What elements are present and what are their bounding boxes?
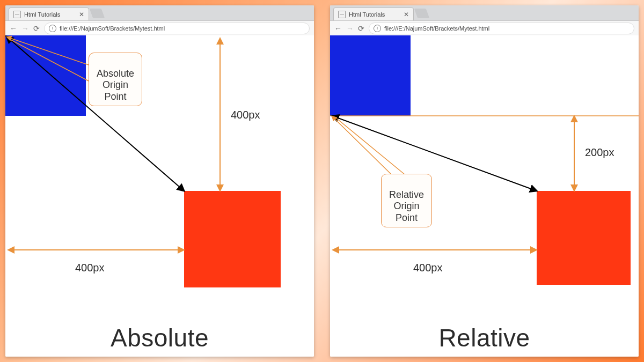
diagram-svg: 400px 400px bbox=[5, 35, 314, 357]
browser-toolbar: ← → ⟳ i file:///E:/NajumSoft/Brackets/My… bbox=[5, 21, 314, 36]
dim-v-label: 400px bbox=[231, 109, 260, 121]
dim-h-label: 400px bbox=[413, 262, 443, 274]
panel-title: Absolute bbox=[5, 323, 314, 352]
file-icon bbox=[13, 11, 21, 18]
browser-tabstrip: Html Tutorials ✕ bbox=[330, 5, 639, 21]
tab-title: Html Tutorials bbox=[349, 11, 385, 18]
callout-text: Absolute Origin Point bbox=[97, 68, 134, 102]
address-bar[interactable]: i file:///E:/NajumSoft/Brackets/Mytest.h… bbox=[44, 23, 310, 34]
panel-title: Relative bbox=[330, 323, 639, 352]
dim-v-label: 200px bbox=[585, 146, 614, 158]
reload-button[interactable]: ⟳ bbox=[358, 25, 364, 32]
back-button[interactable]: ← bbox=[334, 25, 342, 32]
reload-button[interactable]: ⟳ bbox=[33, 25, 40, 32]
address-bar[interactable]: i file:///E:/NajumSoft/Brackets/Mytest.h… bbox=[369, 23, 634, 34]
browser-tab[interactable]: Html Tutorials ✕ bbox=[333, 8, 414, 20]
red-box bbox=[184, 191, 281, 287]
panel-absolute: Html Tutorials ✕ ← → ⟳ i file:///E:/Naju… bbox=[5, 5, 314, 357]
close-icon[interactable]: ✕ bbox=[79, 11, 84, 18]
red-box bbox=[537, 191, 631, 285]
info-icon: i bbox=[374, 25, 381, 32]
back-button[interactable]: ← bbox=[10, 25, 17, 32]
dim-h-label: 400px bbox=[75, 262, 105, 274]
blue-box bbox=[330, 35, 411, 116]
close-icon[interactable]: ✕ bbox=[404, 11, 409, 18]
url-text: file:///E:/NajumSoft/Brackets/Mytest.htm… bbox=[60, 25, 165, 32]
forward-button[interactable]: → bbox=[21, 25, 29, 32]
callout-text: Relative Origin Point bbox=[389, 189, 424, 223]
forward-button[interactable]: → bbox=[346, 25, 354, 32]
diagram-stage: Html Tutorials ✕ ← → ⟳ i file:///E:/Naju… bbox=[0, 0, 644, 362]
info-icon: i bbox=[49, 25, 56, 32]
callout-pointer bbox=[333, 117, 392, 175]
file-icon bbox=[338, 11, 346, 18]
origin-arrow bbox=[332, 116, 537, 191]
tab-title: Html Tutorials bbox=[24, 11, 60, 18]
diagram-svg: 200px 400px bbox=[330, 35, 639, 357]
callout-relative: Relative Origin Point bbox=[381, 174, 432, 227]
browser-tabstrip: Html Tutorials ✕ bbox=[5, 5, 314, 21]
page-absolute: 400px 400px Absolute Origin Point Absolu… bbox=[5, 35, 314, 357]
new-tab-button[interactable] bbox=[414, 9, 430, 18]
browser-toolbar: ← → ⟳ i file:///E:/NajumSoft/Brackets/My… bbox=[330, 21, 639, 36]
panel-relative: Html Tutorials ✕ ← → ⟳ i file:///E:/Naju… bbox=[330, 5, 639, 357]
new-tab-button[interactable] bbox=[90, 9, 105, 18]
browser-tab[interactable]: Html Tutorials ✕ bbox=[9, 8, 89, 20]
url-text: file:///E:/NajumSoft/Brackets/Mytest.htm… bbox=[384, 25, 489, 32]
callout-pointer-2 bbox=[335, 117, 405, 175]
page-relative: 200px 400px Relative Origin Point Relati… bbox=[330, 35, 639, 357]
callout-absolute: Absolute Origin Point bbox=[89, 53, 142, 106]
blue-box bbox=[5, 35, 86, 116]
